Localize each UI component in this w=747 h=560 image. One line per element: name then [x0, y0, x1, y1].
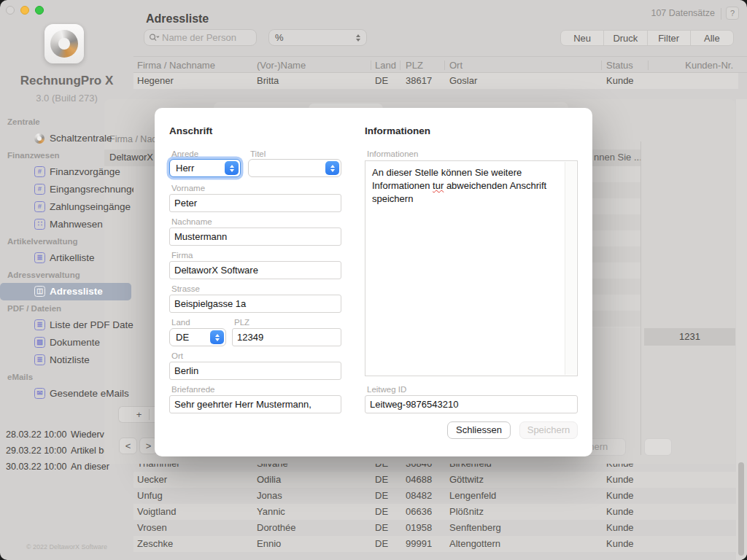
- briefanrede-label: Briefanrede: [171, 385, 214, 394]
- sidebar-item-artikelliste[interactable]: ≣ Artikelliste: [0, 249, 133, 267]
- ort-field[interactable]: [169, 362, 341, 380]
- briefanrede-field[interactable]: [169, 395, 341, 413]
- section-heading-informationen: Informationen: [365, 125, 430, 136]
- record-count: 107 Datensätze: [651, 8, 715, 18]
- app-name: RechnungPro X: [0, 74, 133, 88]
- land-label: Land: [171, 318, 190, 327]
- column-header-ort[interactable]: Ort: [449, 60, 462, 71]
- stepper-icon: [225, 161, 239, 175]
- table-row[interactable]: Uecker Odilia DE 04688 Göttwitz Kunde: [133, 472, 738, 488]
- column-separator: [601, 61, 602, 70]
- vorname-field[interactable]: [169, 194, 341, 212]
- column-header-name[interactable]: Firma / Nachname: [137, 60, 215, 71]
- hash-icon: #: [34, 201, 45, 212]
- sidebar-item-mahnwesen[interactable]: ∷ Mahnwesen: [0, 216, 133, 233]
- informationen-textarea[interactable]: An dieser Stelle können Sie weitere Info…: [365, 160, 578, 376]
- stepper-icon: [210, 330, 224, 344]
- search-input[interactable]: [160, 31, 241, 44]
- background-button-fragment: [644, 438, 672, 456]
- sidebar-item-finanzvorgaenge[interactable]: # Finanzvorgänge: [0, 163, 133, 181]
- sidebar-item-adressliste[interactable]: ◫ Adressliste: [0, 283, 131, 300]
- druck-button[interactable]: Druck: [603, 31, 646, 45]
- minimize-window-icon[interactable]: [20, 6, 29, 15]
- sidebar-section-zentrale: Zentrale: [0, 114, 133, 130]
- list-icon: ≣: [34, 354, 45, 365]
- reminder-row[interactable]: 28.03.22 10:00 Wiedervo: [0, 427, 117, 443]
- divider: [721, 8, 721, 20]
- vorname-label: Vorname: [171, 184, 205, 192]
- sidebar-section-finanzwesen: Finanzwesen: [0, 147, 133, 163]
- toolbar: Neu Druck Filter Alle: [560, 30, 734, 46]
- strasse-field[interactable]: [169, 295, 341, 313]
- table-row[interactable]: Unfug Jonas DE 08482 Lengenfeld Kunde: [133, 488, 738, 504]
- stepper-icon: [356, 34, 360, 42]
- alle-button[interactable]: Alle: [690, 31, 733, 45]
- leitweg-label: Leitweg ID: [367, 385, 406, 394]
- titel-select[interactable]: [248, 159, 341, 177]
- image-icon: ▨: [34, 337, 45, 348]
- column-header-land[interactable]: Land: [375, 60, 396, 71]
- sidebar: Zentrale Schaltzentrale Finanzwesen # Fi…: [0, 114, 133, 402]
- list-icon: ≣: [34, 252, 45, 263]
- sidebar-item-schaltzentrale[interactable]: Schaltzentrale: [0, 130, 133, 147]
- contact-icon: ◫: [34, 286, 45, 297]
- scrollbar-thumb[interactable]: [738, 462, 744, 556]
- table-row[interactable]: Zeschke Ennio DE 99991 Altengottern Kund…: [133, 536, 738, 552]
- plz-field[interactable]: [232, 328, 341, 346]
- reminder-row[interactable]: 29.03.22 10:00 Artikel be: [0, 443, 117, 459]
- sidebar-item-zahlungseingaenge[interactable]: # Zahlungseingänge: [0, 198, 133, 216]
- anrede-select[interactable]: Herr: [169, 159, 241, 177]
- envelope-icon: ✉: [34, 388, 45, 399]
- table-row[interactable]: Vrosen Dorothée DE 01958 Senftenberg Kun…: [133, 520, 738, 536]
- table-row[interactable]: Voigtland Yannic DE 06636 Plößnitz Kunde: [133, 504, 738, 520]
- page-title: Adressliste: [146, 12, 209, 26]
- column-header-status[interactable]: Status: [606, 60, 633, 71]
- leitweg-field[interactable]: [365, 395, 578, 413]
- close-window-icon[interactable]: [6, 6, 15, 15]
- zoom-window-icon[interactable]: [35, 6, 44, 15]
- filter-dropdown[interactable]: %: [268, 29, 367, 46]
- anrede-label: Anrede: [171, 149, 198, 158]
- calendar-icon: ∷: [34, 219, 45, 230]
- speichern-button: Speichern: [519, 421, 578, 439]
- swirl-logo-icon: [34, 133, 44, 144]
- app-logo: [44, 24, 84, 63]
- detail-row-stripes: [592, 166, 640, 328]
- filter-button[interactable]: Filter: [647, 31, 690, 45]
- nachname-field[interactable]: [169, 228, 341, 246]
- window-controls: [6, 6, 44, 15]
- column-separator: [648, 61, 649, 70]
- add-record-button[interactable]: +: [118, 406, 159, 423]
- column-header-vorname[interactable]: (Vor-)Name: [257, 60, 306, 71]
- search-field[interactable]: [144, 29, 257, 46]
- previous-record-button[interactable]: <: [119, 438, 137, 454]
- hash-icon: #: [34, 184, 45, 195]
- neu-button[interactable]: Neu: [561, 31, 603, 45]
- misspelled-word: tur: [433, 180, 444, 191]
- search-icon: [149, 33, 160, 42]
- stepper-icon: [325, 161, 339, 175]
- schliessen-button[interactable]: Schliessen: [447, 421, 511, 439]
- sidebar-item-liste-der-pdf-dateien[interactable]: ≣ Liste der PDF Datei: [0, 316, 133, 334]
- column-header-plz[interactable]: PLZ: [406, 60, 423, 71]
- titel-label: Titel: [250, 149, 266, 158]
- sidebar-item-dokumente[interactable]: ▨ Dokumente: [0, 334, 133, 351]
- sidebar-item-gesendete-emails[interactable]: ✉ Gesendete eMails: [0, 385, 133, 402]
- column-divider: [640, 141, 641, 455]
- sidebar-item-notizliste[interactable]: ≣ Notizliste: [0, 351, 133, 369]
- app-window: RechnungPro X 3.0 (Build 273) Zentrale S…: [0, 0, 747, 560]
- sidebar-item-eingangsrechnungen[interactable]: # Eingangsrechnunge: [0, 181, 133, 198]
- column-header-kundennr[interactable]: Kunden-Nr.: [653, 60, 733, 71]
- table-header: Firma / Nachname (Vor-)Name Land PLZ Ort…: [133, 56, 747, 73]
- anschrift-dialog: Anschrift Informationen Anrede Herr Tite…: [155, 108, 592, 456]
- help-button[interactable]: ?: [726, 7, 739, 20]
- firma-field[interactable]: [169, 261, 341, 279]
- sidebar-section-artikelverwaltung: Artikelverwaltung: [0, 233, 133, 249]
- sidebar-section-emails: eMails: [0, 369, 133, 385]
- kunden-nr-cell: 1231: [644, 328, 735, 346]
- ort-label: Ort: [171, 351, 183, 360]
- column-separator: [400, 61, 400, 70]
- land-select[interactable]: DE: [169, 328, 226, 346]
- reminder-row[interactable]: 30.03.22 10:00 An dieser: [0, 459, 117, 475]
- table-row[interactable]: Hegener Britta DE 38617 Goslar Kunde: [133, 73, 738, 89]
